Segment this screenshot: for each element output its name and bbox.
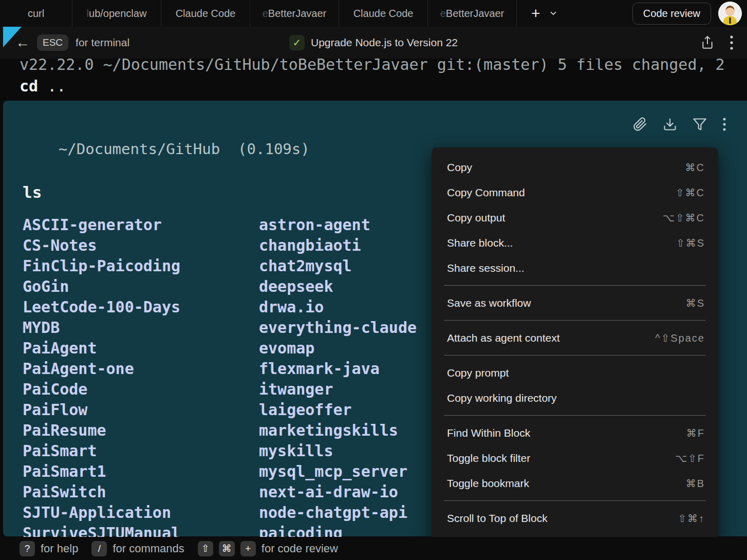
status-hint-label: for commands <box>113 542 184 555</box>
menu-item-shortcut: ^⇧Space <box>655 332 705 344</box>
file-entry: marketingskills <box>259 420 398 441</box>
tab-truncated-prefix: l <box>87 8 89 20</box>
paperclip-icon[interactable] <box>633 117 647 132</box>
keycap: + <box>240 541 256 556</box>
file-entry: FinClip-Paicoding <box>23 256 259 276</box>
back-arrow-icon[interactable]: ← <box>15 35 30 50</box>
menu-item-label: Share session... <box>447 262 525 274</box>
filter-icon[interactable] <box>693 117 707 132</box>
menu-item-label: Copy Command <box>447 186 525 199</box>
menu-item-copy-output[interactable]: Copy output⌥⇧⌘C <box>432 205 718 230</box>
tab-claude-code[interactable]: Claude Code <box>161 0 250 27</box>
kebab-menu-icon[interactable] <box>730 35 734 50</box>
file-entry: ASCII-generator <box>23 215 259 235</box>
context-menu: Copy⌘CCopy Command⇧⌘CCopy output⌥⇧⌘CShar… <box>432 147 718 560</box>
menu-divider <box>444 285 706 286</box>
avatar[interactable] <box>718 2 742 25</box>
menu-item-shortcut: ⇧⌘S <box>676 237 705 249</box>
menu-divider <box>444 355 706 356</box>
tab-truncated-prefix: e <box>440 8 446 20</box>
task-banner[interactable]: ✓ Upgrade Node.js to Version 22 <box>289 35 458 50</box>
menu-item-label: Share block... <box>447 237 513 249</box>
tab-label: Claude Code <box>353 8 414 20</box>
file-entry: chat2mysql <box>259 256 352 276</box>
chevron-down-icon[interactable] <box>549 9 558 18</box>
tab-betterjavaer[interactable]: eBetterJavaer <box>250 0 339 27</box>
menu-item-shortcut: ⌘S <box>686 297 705 309</box>
menu-item-share-session[interactable]: Share session... <box>432 255 718 281</box>
menu-item-shortcut: ⌘B <box>686 477 705 490</box>
menu-divider <box>444 415 706 416</box>
menu-item-shortcut: ⌘F <box>686 427 705 439</box>
tab-label: BetterJavaer <box>268 8 326 20</box>
menu-item-copy[interactable]: Copy⌘C <box>432 155 718 180</box>
menu-item-share-block[interactable]: Share block...⇧⌘S <box>432 230 718 255</box>
menu-item-attach-as-agent-context[interactable]: Attach as agent context^⇧Space <box>432 325 718 350</box>
menu-divider <box>444 500 706 501</box>
menu-divider <box>444 320 706 321</box>
checkmark-icon: ✓ <box>289 35 305 50</box>
history-args: .. <box>38 77 66 95</box>
file-entry: PaiAgent-one <box>23 359 259 379</box>
tab-truncated-prefix: e <box>263 8 268 20</box>
file-entry: MYDB <box>23 318 259 338</box>
menu-item-scroll-to-top-of-block[interactable]: Scroll to Top of Block⇧⌘↑ <box>432 506 718 531</box>
status-hint: ?for help <box>20 541 78 556</box>
menu-item-toggle-bookmark[interactable]: Toggle bookmark⌘B <box>432 471 718 496</box>
file-entry: drwa.io <box>259 297 324 318</box>
menu-item-toggle-block-filter[interactable]: Toggle block filter⌥⇧F <box>432 445 718 471</box>
file-entry: next-ai-draw-io <box>259 482 398 502</box>
terminal-history: v22.22.0 ~/Documents/GitHub/toBeBetterJa… <box>0 59 747 101</box>
menu-item-shortcut: ⌘C <box>685 161 705 174</box>
new-tab-button[interactable]: + <box>528 6 544 21</box>
file-entry: CS-Notes <box>23 235 259 256</box>
tab-ub-openclaw[interactable]: lub/openclaw <box>72 0 161 27</box>
keycap: ? <box>20 541 35 556</box>
file-entry: PaiCode <box>23 379 259 400</box>
keycap: ⇧ <box>198 541 213 556</box>
download-icon[interactable] <box>663 117 677 132</box>
menu-item-shortcut: ⌥⇧F <box>675 452 705 464</box>
share-icon[interactable] <box>701 35 714 50</box>
menu-item-save-as-workflow[interactable]: Save as workflow⌘S <box>432 290 718 315</box>
tab-label: BetterJavaer <box>446 8 504 20</box>
tab-betterjavaer[interactable]: eBetterJavaer <box>428 0 517 27</box>
esc-key-badge[interactable]: ESC <box>37 34 68 51</box>
block-path: ~/Documents/GitHub <box>59 140 220 158</box>
file-entry: LeetCode-100-Days <box>23 297 259 318</box>
tab-curl[interactable]: curl <box>0 0 72 27</box>
file-entry: flexmark-java <box>259 359 380 379</box>
code-review-button[interactable]: Code review <box>632 3 711 25</box>
status-hint: ⇧⌘+for code review <box>198 541 338 556</box>
block-header-bar: ← ESC for terminal ✓ Upgrade Node.js to … <box>0 27 747 59</box>
menu-item-label: Find Within Block <box>447 427 530 439</box>
menu-item-copy-prompt[interactable]: Copy prompt <box>432 360 718 385</box>
status-hint-label: for help <box>41 542 78 555</box>
block-duration: (0.109s) <box>220 140 310 158</box>
file-entry: PaiSwitch <box>23 482 259 502</box>
tab-label: ub/openclaw <box>89 8 146 20</box>
keycap: / <box>91 541 107 556</box>
menu-item-label: Save as workflow <box>447 297 531 309</box>
file-entry: PaiAgent <box>23 338 259 359</box>
file-entry: changbiaoti <box>259 235 361 256</box>
file-entry: PaiSmart <box>23 441 259 461</box>
kebab-menu-icon[interactable] <box>722 117 726 132</box>
menu-item-find-within-block[interactable]: Find Within Block⌘F <box>432 420 718 445</box>
file-entry: evomap <box>259 338 314 359</box>
menu-item-copy-command[interactable]: Copy Command⇧⌘C <box>432 180 718 205</box>
file-entry: mysql_mcp_server <box>259 461 407 482</box>
file-entry: SJTU-Application <box>23 502 259 523</box>
file-entry: node-chatgpt-api <box>259 502 407 523</box>
file-entry: GoGin <box>23 276 259 297</box>
file-entry: itwanger <box>259 379 333 400</box>
status-bar: ?for help/for commands⇧⌘+for code review <box>0 537 747 560</box>
tab-claude-code[interactable]: Claude Code <box>339 0 428 27</box>
task-title: Upgrade Node.js to Version 22 <box>311 36 458 49</box>
file-entry: deepseek <box>259 276 333 297</box>
keycap: ⌘ <box>219 541 235 556</box>
menu-item-copy-working-directory[interactable]: Copy working directory <box>432 385 718 410</box>
tab-label: curl <box>28 8 44 20</box>
menu-item-label: Copy prompt <box>447 367 509 379</box>
menu-item-shortcut: ⇧⌘↑ <box>678 512 705 525</box>
